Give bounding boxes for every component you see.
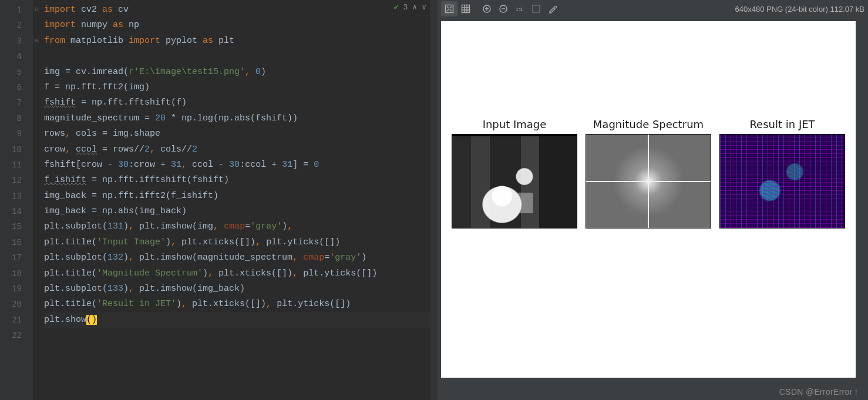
- svg-text:1:1: 1:1: [516, 6, 523, 12]
- code-area[interactable]: import cv2 as cvimport numpy as npfrom m…: [41, 0, 437, 400]
- code-line[interactable]: plt.subplot(132), plt.imshow(magnitude_s…: [44, 250, 437, 265]
- problem-count: 3: [403, 3, 408, 12]
- svg-rect-0: [446, 5, 453, 13]
- code-line[interactable]: crow, ccol = rows//2, cols//2: [44, 142, 437, 157]
- line-number-gutter: 12345678910111213141516171819202122: [0, 0, 32, 400]
- preview-toolbar: 1:1 640x480 PNG (24-bit color) 112.07 kB: [438, 0, 868, 18]
- subplot-1: Input Image: [452, 118, 577, 228]
- svg-rect-5: [533, 5, 540, 12]
- code-line[interactable]: plt.title('Result in JET'), plt.xticks([…: [44, 297, 437, 312]
- subplot-3-image: [719, 134, 845, 228]
- code-line[interactable]: import numpy as np: [44, 18, 437, 33]
- code-line[interactable]: plt.subplot(133), plt.imshow(img_back): [44, 281, 437, 297]
- code-line[interactable]: rows, cols = img.shape: [44, 126, 437, 142]
- rendered-figure[interactable]: Input Image Magnitude Spectrum Result in…: [441, 21, 856, 378]
- subplot-3: Result in JET: [719, 118, 845, 228]
- subplot-3-title: Result in JET: [749, 118, 815, 130]
- code-line[interactable]: [44, 328, 437, 343]
- code-line[interactable]: img_back = np.abs(img_back): [44, 204, 437, 219]
- code-line[interactable]: from matplotlib import pyplot as plt: [44, 33, 437, 49]
- subplot-2-image: [586, 134, 711, 228]
- code-line[interactable]: magnitude_spectrum = 20 * np.log(np.abs(…: [44, 111, 437, 126]
- image-info-label: 640x480 PNG (24-bit color) 112.07 kB: [735, 5, 864, 14]
- actual-size-button[interactable]: 1:1: [512, 1, 528, 16]
- prev-problem-icon[interactable]: ∧: [412, 2, 417, 12]
- image-preview-pane: 1:1 640x480 PNG (24-bit color) 112.07 kB…: [437, 0, 868, 400]
- code-line[interactable]: plt.title('Input Image'), plt.xticks([])…: [44, 235, 437, 250]
- code-line[interactable]: plt.subplot(131), plt.imshow(img, cmap='…: [44, 219, 437, 234]
- code-line[interactable]: fshift = np.fft.fftshift(f): [44, 95, 437, 110]
- watermark: CSDN @ErrorError !: [779, 387, 857, 396]
- fold-column: ⊟⊟: [32, 0, 41, 400]
- code-editor-pane: 12345678910111213141516171819202122 ⊟⊟ i…: [0, 0, 437, 400]
- zoom-out-button[interactable]: [495, 1, 512, 16]
- svg-rect-1: [462, 5, 470, 13]
- chessboard-button: [528, 1, 544, 16]
- code-line[interactable]: import cv2 as cv: [44, 2, 437, 18]
- code-line[interactable]: fshift[crow - 30:crow + 31, ccol - 30:cc…: [44, 157, 437, 173]
- grid-button[interactable]: [457, 1, 474, 16]
- color-picker-button[interactable]: [544, 1, 561, 16]
- subplot-1-title: Input Image: [483, 118, 547, 130]
- code-line[interactable]: f = np.fft.fft2(img): [44, 80, 437, 95]
- code-line[interactable]: [44, 49, 437, 64]
- code-line[interactable]: plt.show(): [44, 312, 437, 328]
- canvas-zone: Input Image Magnitude Spectrum Result in…: [438, 18, 868, 400]
- subplot-2-title: Magnitude Spectrum: [593, 118, 704, 130]
- error-stripe: [430, 0, 437, 400]
- fit-to-window-button[interactable]: [441, 1, 457, 16]
- next-problem-icon[interactable]: ∨: [422, 2, 426, 12]
- code-line[interactable]: f_ishift = np.fft.ifftshift(fshift): [44, 173, 437, 188]
- subplot-2: Magnitude Spectrum: [586, 118, 711, 228]
- inspection-badge[interactable]: ✔ 3 ∧ ∨: [394, 2, 426, 12]
- subplot-1-image: [452, 134, 577, 228]
- zoom-in-button[interactable]: [479, 1, 495, 16]
- code-line[interactable]: img = cv.imread(r'E:\image\test15.png', …: [44, 65, 437, 80]
- code-line[interactable]: plt.title('Magnitude Spectrum'), plt.xti…: [44, 266, 437, 281]
- check-icon: ✔: [394, 2, 399, 12]
- code-line[interactable]: img_back = np.fft.ifft2(f_ishift): [44, 189, 437, 204]
